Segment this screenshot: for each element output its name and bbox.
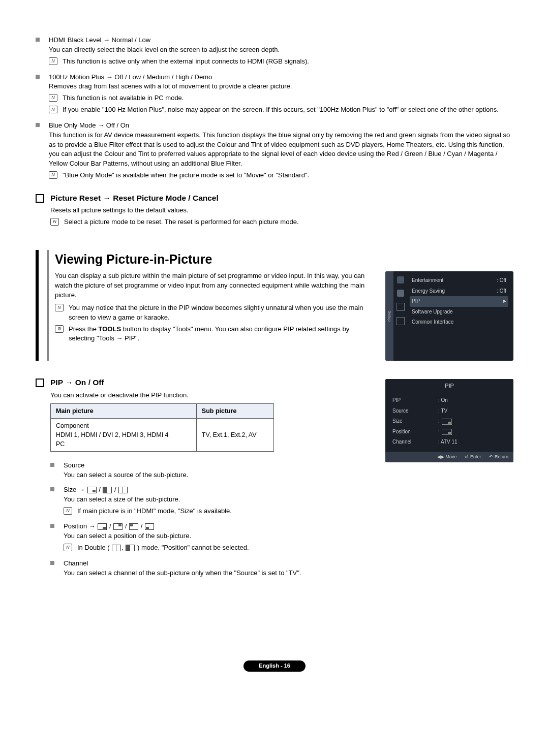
- table-cell: Component HDMI 1, HDMI / DVI 2, HDMI 3, …: [51, 418, 197, 451]
- double-mode-icon: [112, 545, 121, 551]
- motion-note1: This function is not available in PC mod…: [63, 93, 184, 103]
- osd2-val: : On: [438, 397, 506, 404]
- item-100hz-motion: 100Hz Motion Plus → Off / Low / Medium /…: [36, 73, 513, 116]
- osd-row-key: Energy Saving: [412, 288, 445, 295]
- checkbox-outline-icon: [36, 379, 44, 387]
- picture-reset-desc: Resets all picture settings to the defau…: [50, 206, 513, 215]
- position-note: In Double ( , ) mode, "Position" cannot …: [77, 543, 249, 553]
- osd-setup-menu: Setup Entertainment: Off Energy Saving: …: [385, 271, 513, 361]
- pip-onoff-title: PIP → On / Off: [50, 377, 104, 388]
- checkbox-outline-icon: [36, 194, 44, 203]
- position-icon: [145, 523, 154, 530]
- osd2-key: Position: [392, 428, 438, 436]
- h1-title: Viewing Picture-in-Picture: [55, 250, 513, 268]
- motion-note2: If you enable "100 Hz Motion Plus", nois…: [63, 105, 499, 115]
- square-bullet-icon: [36, 38, 40, 42]
- square-bullet-icon: [36, 75, 40, 79]
- osd-foot-enter: ⏎ Enter: [465, 454, 481, 460]
- osd2-key: Size: [392, 418, 438, 425]
- position-desc: You can select a position of the sub-pic…: [64, 531, 371, 541]
- tools-icon: ⚙: [55, 325, 64, 333]
- double-mode-icon: [126, 545, 135, 551]
- size-desc: You can select a size of the sub-picture…: [64, 495, 371, 505]
- position-title: Position → / / /: [64, 522, 371, 531]
- note-icon: N: [50, 218, 59, 226]
- osd2-key: Source: [392, 407, 438, 415]
- hdmi-desc: You can directly select the black level …: [49, 45, 513, 55]
- note-icon: N: [49, 94, 57, 102]
- position-icon: [113, 523, 123, 530]
- size-note: If main picture is in "HDMI" mode, "Size…: [77, 507, 232, 516]
- table-header-sub: Sub picture: [196, 403, 273, 418]
- pip-intro-paragraph: You can display a sub picture within the…: [55, 271, 371, 300]
- motion-desc: Removes drag from fast scenes with a lot…: [49, 82, 513, 91]
- blue-title: Blue Only Mode → Off / On: [49, 121, 513, 131]
- menu-icon: [397, 276, 404, 284]
- pip-intro-tool: Press the TOOLS button to display "Tools…: [69, 325, 371, 344]
- blue-desc: This function is for AV device measureme…: [49, 131, 513, 169]
- osd2-key: Channel: [392, 438, 438, 446]
- page-number: English - 16: [243, 660, 306, 672]
- position-icon: [98, 523, 107, 530]
- square-bullet-icon: [50, 463, 54, 467]
- square-bullet-icon: [36, 123, 40, 127]
- note-icon: N: [49, 171, 57, 179]
- note-icon: N: [49, 57, 57, 65]
- osd2-val: :: [438, 418, 506, 425]
- table-header-main: Main picture: [51, 403, 197, 418]
- menu-icon: [397, 290, 404, 297]
- picture-reset-note: Select a picture mode to be reset. The r…: [64, 217, 299, 227]
- osd-row-val: : Off: [497, 277, 506, 285]
- menu-icon: [396, 303, 405, 311]
- osd-row-val: : Off: [497, 288, 506, 295]
- osd2-val: :: [438, 428, 506, 436]
- note-icon: N: [64, 507, 72, 515]
- position-icon: [129, 523, 138, 530]
- osd-foot-move: ◀▶ Move: [437, 454, 457, 460]
- source-title: Source: [64, 461, 371, 470]
- note-icon: N: [55, 304, 64, 311]
- pip-onoff-desc: You can activate or deactivate the PIP f…: [50, 391, 371, 400]
- size-mode-icon: [87, 487, 97, 493]
- square-bullet-icon: [50, 524, 54, 528]
- square-bullet-icon: [50, 561, 54, 565]
- note-icon: N: [64, 544, 72, 551]
- channel-desc: You can select a channel of the sub-pict…: [64, 569, 371, 578]
- osd-row-key: Software Upgrade: [412, 308, 453, 316]
- note-icon: N: [49, 106, 57, 113]
- heading-picture-reset: Picture Reset → Reset Picture Mode / Can…: [36, 193, 513, 204]
- osd-pip-menu: PIP PIP: On Source: TV Size: Position: C…: [385, 379, 513, 462]
- hdmi-note: This function is active only when the ex…: [63, 57, 309, 67]
- pip-intro-note: You may notice that the picture in the P…: [69, 303, 371, 323]
- table-cell: TV, Ext.1, Ext.2, AV: [196, 418, 273, 451]
- size-mode-icon: [118, 487, 128, 493]
- osd2-val: : TV: [438, 407, 506, 415]
- motion-title: 100Hz Motion Plus → Off / Low / Medium /…: [49, 73, 513, 82]
- osd-row-key: Common Interface: [412, 319, 453, 326]
- osd2-key: PIP: [392, 397, 438, 404]
- osd-row-key: Entertainment: [412, 277, 443, 285]
- pip-source-table: Main picture Sub picture Component HDMI …: [50, 403, 274, 452]
- osd-foot-return: ↶ Return: [489, 454, 508, 460]
- osd-row-selected: PIP: [410, 296, 508, 307]
- source-desc: You can select a source of the sub-pictu…: [64, 470, 371, 480]
- page-footer: English - 16: [36, 660, 513, 672]
- item-blue-only: Blue Only Mode → Off / On This function …: [36, 121, 513, 181]
- size-mode-icon: [103, 487, 112, 493]
- picture-reset-title: Picture Reset → Reset Picture Mode / Can…: [50, 193, 219, 204]
- menu-icon: [396, 317, 405, 325]
- item-hdmi-black-level: HDMI Black Level → Normal / Low You can …: [36, 36, 513, 68]
- section-heading: Viewing Picture-in-Picture You can displ…: [36, 250, 513, 361]
- osd-tab-label: Setup: [385, 271, 393, 361]
- size-title: Size → / /: [64, 485, 371, 495]
- channel-title: Channel: [64, 559, 371, 569]
- square-bullet-icon: [50, 487, 54, 491]
- osd2-title: PIP: [385, 379, 513, 392]
- heading-pip-onoff: PIP → On / Off: [36, 377, 371, 388]
- hdmi-title: HDMI Black Level → Normal / Low: [49, 36, 513, 45]
- blue-note: "Blue Only Mode" is available when the p…: [63, 171, 309, 180]
- osd2-val: : ATV 11: [438, 438, 506, 446]
